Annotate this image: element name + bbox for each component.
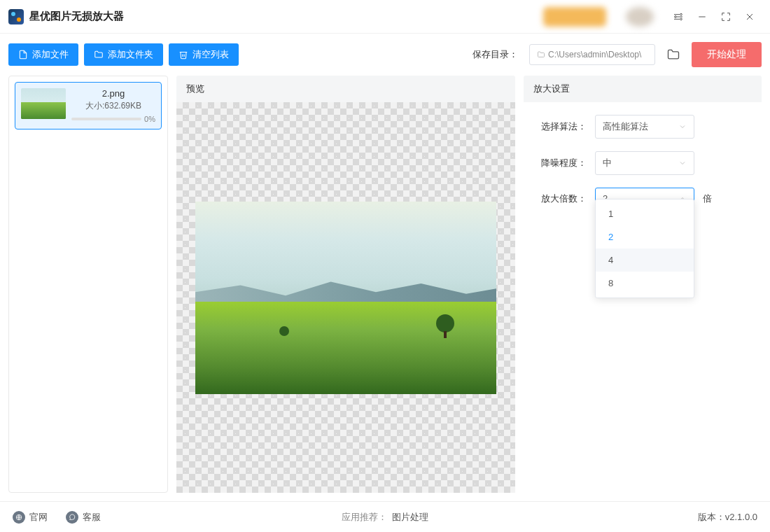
toolbar: 添加文件 添加文件夹 清空列表 保存目录： C:\Users\admin\Des… [0, 34, 770, 76]
website-label: 官网 [29, 511, 48, 524]
globe-icon [13, 511, 25, 524]
clear-list-label: 清空列表 [192, 48, 229, 61]
svg-point-2 [680, 18, 682, 20]
chevron-down-icon [678, 159, 687, 167]
scale-option-1[interactable]: 1 [596, 202, 694, 225]
settings-header: 放大设置 [524, 76, 762, 102]
chevron-down-icon [678, 122, 687, 131]
version-label: 版本： [698, 512, 725, 522]
folder-icon [94, 50, 104, 59]
algorithm-value: 高性能算法 [603, 120, 648, 133]
minimize-button[interactable] [690, 5, 714, 29]
denoise-select[interactable]: 中 [595, 151, 694, 175]
svg-point-1 [675, 15, 677, 18]
save-dir-label: 保存目录： [472, 48, 518, 61]
scale-suffix: 倍 [703, 192, 712, 205]
file-name: 2.png [71, 88, 155, 99]
settings-panel: 放大设置 选择算法： 高性能算法 降噪程度： 中 放大倍数： 2 [524, 76, 762, 493]
save-dir-input[interactable]: C:\Users\admin\Desktop\ [529, 44, 655, 65]
add-file-label: 添加文件 [32, 48, 69, 61]
recommend-label: 应用推荐： [342, 512, 387, 522]
add-folder-label: 添加文件夹 [108, 48, 153, 61]
main-area: 2.png 大小:632.69KB 0% 预览 放大设置 选择算法： 高性能算法 [0, 76, 770, 501]
close-button[interactable] [738, 5, 762, 29]
trash-icon [178, 50, 188, 59]
algorithm-row: 选择算法： 高性能算法 [535, 115, 750, 139]
settings-icon[interactable] [666, 5, 690, 29]
save-dir-path: C:\Users\admin\Desktop\ [548, 50, 641, 59]
preview-canvas[interactable] [176, 102, 515, 493]
file-list-panel: 2.png 大小:632.69KB 0% [8, 76, 168, 493]
app-title: 星优图片无损放大器 [29, 10, 124, 23]
add-file-button[interactable]: 添加文件 [8, 43, 78, 66]
file-info: 2.png 大小:632.69KB 0% [71, 88, 155, 123]
maximize-button[interactable] [714, 5, 738, 29]
folder-small-icon [537, 50, 545, 59]
scale-dropdown: 1 2 4 8 [595, 199, 694, 298]
support-label: 客服 [83, 511, 101, 524]
algorithm-label: 选择算法： [535, 120, 587, 133]
svg-point-0 [680, 13, 682, 15]
denoise-value: 中 [603, 157, 612, 169]
scale-label: 放大倍数： [535, 192, 587, 205]
file-size: 大小:632.69KB [71, 100, 155, 112]
preview-image [195, 202, 496, 394]
clear-list-button[interactable]: 清空列表 [169, 43, 239, 66]
scale-option-8[interactable]: 8 [596, 272, 694, 295]
scale-option-4[interactable]: 4 [596, 248, 694, 272]
file-progress-text: 0% [144, 115, 155, 123]
add-folder-button[interactable]: 添加文件夹 [84, 43, 163, 66]
start-button[interactable]: 开始处理 [692, 42, 762, 67]
scale-option-2[interactable]: 2 [596, 225, 694, 248]
denoise-row: 降噪程度： 中 [535, 151, 750, 175]
version-section: 版本：v2.1.0.0 [698, 511, 757, 524]
algorithm-select[interactable]: 高性能算法 [595, 115, 694, 139]
file-progress-bar [71, 118, 141, 120]
footer: 官网 客服 应用推荐： 图片处理 版本：v2.1.0.0 [0, 501, 770, 532]
start-label: 开始处理 [707, 48, 746, 61]
file-item[interactable]: 2.png 大小:632.69KB 0% [15, 82, 162, 130]
file-icon [18, 50, 28, 59]
preview-header: 预览 [176, 76, 515, 102]
title-bar: 星优图片无损放大器 [0, 0, 770, 34]
chat-icon [66, 511, 78, 524]
version-value: v2.1.0.0 [725, 512, 757, 522]
file-thumbnail [21, 88, 66, 119]
preview-panel: 预览 [176, 76, 515, 493]
obscured-avatar [626, 7, 654, 27]
denoise-label: 降噪程度： [535, 157, 587, 169]
recommend-app-link[interactable]: 图片处理 [392, 512, 428, 522]
obscured-region [543, 7, 606, 27]
app-logo-icon [8, 9, 24, 24]
browse-folder-button[interactable] [661, 43, 686, 66]
website-link[interactable]: 官网 [13, 511, 48, 524]
support-link[interactable]: 客服 [66, 511, 101, 524]
recommend-section: 应用推荐： 图片处理 [342, 511, 429, 524]
folder-open-icon [666, 48, 680, 62]
